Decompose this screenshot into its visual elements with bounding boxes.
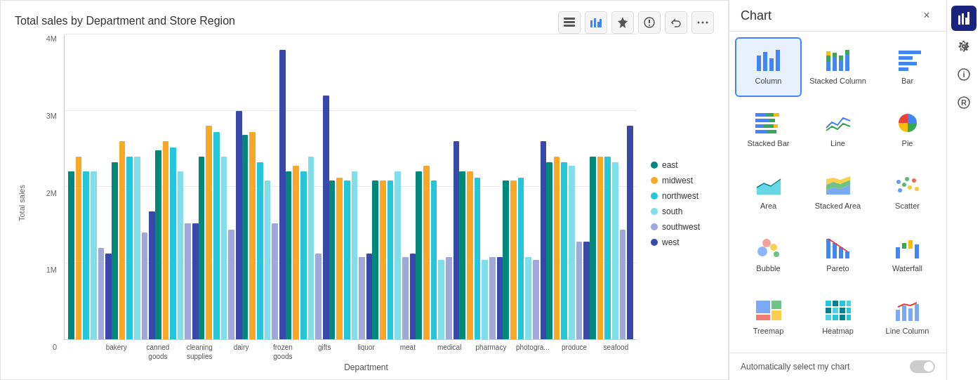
legend-label-midwest: midwest	[662, 176, 693, 185]
dept-group-medical	[416, 34, 459, 339]
area-label: Area	[760, 201, 776, 211]
svg-rect-12	[757, 55, 761, 71]
share-button[interactable]	[665, 11, 687, 34]
chart-container: Total sales 4M 3M 2M 1M 0	[15, 34, 714, 372]
svg-point-11	[706, 22, 708, 24]
svg-point-47	[912, 178, 916, 183]
x-label-produce: produce	[553, 340, 595, 361]
treemap-label: Treemap	[753, 326, 784, 336]
svg-point-49	[905, 177, 909, 181]
settings-button[interactable]	[951, 34, 976, 59]
chart-type-heatmap[interactable]: Heatmap	[804, 287, 871, 347]
chart-type-pie[interactable]: Pie	[874, 100, 941, 159]
chart-panel-button[interactable]	[951, 6, 976, 31]
svg-rect-60	[902, 243, 906, 249]
bars-container	[64, 34, 637, 340]
svg-rect-68	[833, 301, 838, 306]
chart-view-button[interactable]	[585, 11, 607, 34]
chart-type-pareto[interactable]: Pareto	[804, 225, 871, 284]
table-view-button[interactable]	[558, 11, 581, 34]
legend-dot-southwest	[651, 223, 658, 230]
panel-close-button[interactable]: ×	[918, 7, 935, 24]
stacked-area-label: Stacked Area	[815, 201, 861, 211]
chart-type-line[interactable]: Line	[804, 100, 871, 159]
legend-item-east: east	[651, 160, 700, 170]
bar	[402, 257, 409, 339]
svg-rect-77	[840, 315, 845, 320]
svg-rect-38	[768, 130, 776, 133]
bar	[546, 162, 552, 339]
svg-rect-3	[590, 20, 592, 27]
legend: east midwest northwest south	[637, 34, 714, 372]
chart-type-stacked-area[interactable]: Stacked Area	[804, 162, 871, 222]
legend-item-northwest: northwest	[651, 191, 700, 201]
info-button[interactable]: i	[951, 62, 976, 87]
svg-rect-19	[833, 57, 837, 71]
line-chart-icon	[824, 110, 852, 136]
chart-type-scatter[interactable]: Scatter	[874, 162, 941, 222]
bubble-label: Bubble	[756, 263, 780, 273]
bar	[482, 260, 488, 339]
chart-type-column[interactable]: Column	[735, 37, 802, 97]
stacked-column-icon	[824, 48, 852, 73]
insights-button[interactable]	[638, 11, 661, 34]
chart-type-bubble[interactable]: Bubble	[735, 225, 802, 284]
bar	[149, 211, 155, 339]
y-tick-4m: 4M	[46, 34, 57, 43]
pin-button[interactable]	[611, 11, 634, 34]
svg-rect-23	[845, 54, 849, 71]
svg-rect-72	[833, 308, 838, 313]
dept-group-produce	[546, 34, 590, 339]
legend-label-south: south	[662, 207, 682, 216]
svg-point-51	[757, 247, 767, 256]
x-label-meat: meat	[387, 340, 428, 361]
legend-label-northwest: northwest	[662, 191, 698, 201]
dept-group-liquor	[329, 34, 373, 339]
auto-select-toggle[interactable]	[910, 360, 935, 373]
auto-select-label: Automatically select my chart	[741, 362, 849, 372]
bar	[206, 126, 212, 339]
dept-group-bakery	[68, 34, 112, 339]
svg-rect-70	[847, 301, 851, 306]
chart-type-stacked-column[interactable]: Stacked Column	[804, 37, 871, 97]
svg-rect-63	[756, 301, 770, 313]
pie-chart-icon	[894, 110, 922, 136]
more-button[interactable]	[691, 11, 714, 34]
x-label-seafood: seafood	[595, 340, 637, 361]
bubble-chart-icon	[755, 235, 783, 261]
bar	[446, 257, 452, 339]
svg-rect-31	[774, 113, 779, 117]
bar	[323, 96, 329, 339]
bar	[554, 157, 560, 339]
bar	[380, 181, 386, 339]
svg-point-53	[774, 251, 779, 257]
chart-type-bar[interactable]: Bar	[874, 37, 941, 97]
bar	[518, 178, 524, 339]
x-label-bakery: bakery	[95, 340, 137, 361]
svg-rect-6	[600, 19, 602, 27]
chart-type-treemap[interactable]: Treemap	[735, 287, 802, 347]
svg-rect-1	[564, 21, 575, 23]
bar	[236, 111, 242, 340]
chart-type-stacked-bar[interactable]: Stacked Bar	[735, 100, 802, 159]
bar	[533, 260, 539, 339]
y-tick-3m: 3M	[46, 112, 57, 120]
chart-type-waterfall[interactable]: Waterfall	[874, 225, 941, 284]
x-label-pharmacy: pharmacy	[470, 340, 512, 361]
pareto-label: Pareto	[826, 263, 849, 273]
svg-rect-30	[767, 113, 774, 117]
waterfall-chart-icon	[894, 235, 922, 261]
bar	[336, 178, 343, 339]
x-label-dairy: dairy	[220, 340, 262, 361]
legend-label-east: east	[662, 160, 678, 170]
bar	[583, 242, 590, 339]
chart-type-area[interactable]: Area	[735, 162, 802, 222]
svg-rect-15	[776, 50, 780, 71]
bar	[293, 166, 299, 339]
svg-point-44	[898, 188, 902, 192]
bar	[438, 260, 444, 339]
svg-rect-74	[847, 308, 851, 313]
chart-type-line-column[interactable]: Line Column	[874, 287, 941, 347]
bar	[68, 171, 74, 339]
r-logo-button[interactable]: R	[951, 90, 976, 115]
